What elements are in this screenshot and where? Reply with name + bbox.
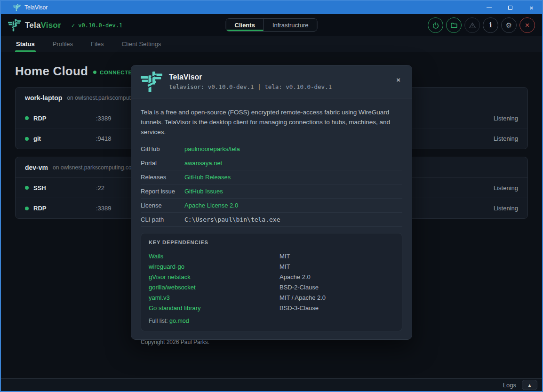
service-state: Listening — [494, 115, 518, 122]
row-label: Portal — [141, 160, 184, 167]
dependency-row: Go standard library BSD-3-Clause — [149, 303, 394, 313]
dependency-link[interactable]: Go standard library — [149, 304, 279, 312]
about-title-block: TelaVisor telavisor: v0.10.0-dev.1 | tel… — [169, 73, 332, 90]
status-dot-icon — [25, 186, 29, 190]
about-row-github: GitHub paulmooreparks/tela — [141, 142, 402, 156]
minimize-icon — [487, 8, 492, 8]
app-logo-icon — [8, 19, 21, 32]
releases-link[interactable]: GitHub Releases — [184, 174, 402, 181]
service-name: RDP — [33, 115, 96, 122]
full-list-label: Full list: — [149, 318, 168, 324]
warning-icon — [469, 22, 476, 29]
service-name: RDP — [33, 205, 96, 212]
about-description: Tela is a free and open-source (FOSS) en… — [141, 108, 402, 137]
report-issue-link[interactable]: GitHub Issues — [184, 188, 402, 195]
about-row-report-issue: Report issue GitHub Issues — [141, 184, 402, 199]
service-port: :3389 — [96, 115, 112, 122]
about-version-line: telavisor: v0.10.0-dev.1 | tela: v0.10.0… — [169, 83, 332, 90]
window-titlebar: TelaVisor × — [1, 1, 542, 14]
window-title: TelaVisor — [24, 4, 48, 11]
about-row-license: License Apache License 2.0 — [141, 199, 402, 213]
info-button[interactable]: i — [483, 17, 498, 33]
brand-name-primary: Tela — [25, 21, 41, 30]
header-actions: i ⚙ × — [428, 17, 535, 33]
app-header: TelaVisor ✓ v0.10.0-dev.1 Clients Infras… — [1, 14, 542, 36]
tab-clients[interactable]: Clients — [226, 19, 264, 31]
full-list-line: Full list: go.mod — [149, 318, 394, 324]
status-dot-icon — [25, 207, 29, 210]
dialog-close-button[interactable]: × — [393, 76, 403, 84]
app-version: ✓ v0.10.0-dev.1 — [72, 22, 122, 29]
about-row-portal: Portal awansaya.net — [141, 156, 402, 170]
dependency-license: Apache 2.0 — [279, 273, 394, 280]
dependency-link[interactable]: gorilla/websocket — [149, 284, 279, 291]
service-state: Listening — [494, 184, 518, 192]
key-dependencies-panel: KEY DEPENDENCIES Wails MIT wireguard-go … — [141, 233, 402, 331]
gear-icon: ⚙ — [506, 22, 512, 29]
power-button[interactable] — [428, 17, 443, 33]
tab-infrastructure[interactable]: Infrastructure — [264, 19, 317, 31]
license-link[interactable]: Apache License 2.0 — [184, 202, 402, 209]
row-label: CLI path — [141, 216, 184, 223]
dependency-row: yaml.v3 MIT / Apache 2.0 — [149, 293, 394, 303]
maximize-button[interactable] — [500, 1, 521, 14]
dependency-license: MIT / Apache 2.0 — [279, 294, 394, 301]
settings-button[interactable]: ⚙ — [501, 17, 517, 33]
page-title: Home Cloud — [15, 64, 88, 79]
status-dot-icon — [25, 116, 29, 120]
subnav-item-status[interactable]: Status — [15, 36, 36, 52]
status-dot-icon — [93, 71, 96, 74]
info-icon: i — [489, 22, 492, 29]
open-folder-button[interactable] — [446, 17, 462, 33]
subnav-item-client-settings[interactable]: Client Settings — [121, 36, 162, 52]
status-dot-icon — [25, 137, 29, 141]
dependency-license: MIT — [279, 263, 394, 270]
machine-name: dev-vm — [25, 164, 48, 171]
about-row-releases: Releases GitHub Releases — [141, 170, 402, 184]
dependency-row: Wails MIT — [149, 251, 394, 262]
quit-button[interactable]: × — [519, 17, 535, 33]
subnav: Status Profiles Files Client Settings — [1, 36, 542, 52]
dependency-row: gorilla/websocket BSD-2-Clause — [149, 282, 394, 293]
logs-toggle-button[interactable]: ▲ — [522, 380, 537, 390]
row-label: Releases — [141, 174, 184, 181]
subnav-item-files[interactable]: Files — [90, 36, 104, 52]
app-logo-icon — [141, 71, 162, 93]
portal-link[interactable]: awansaya.net — [184, 160, 402, 167]
service-state: Listening — [494, 135, 518, 142]
cli-path-value: C:\Users\paul\bin\tela.exe — [184, 216, 402, 223]
close-window-button[interactable]: × — [521, 1, 542, 14]
brand-name: TelaVisor — [25, 21, 61, 30]
dependency-license: BSD-3-Clause — [279, 304, 394, 312]
folder-icon — [450, 22, 458, 29]
dependency-license: BSD-2-Clause — [279, 284, 394, 291]
about-dialog-body: Tela is a free and open-source (FOSS) en… — [131, 98, 412, 345]
service-port: :22 — [96, 184, 104, 192]
machine-host: on owlsnest.parkscomputing.com — [53, 164, 136, 171]
close-icon: × — [396, 76, 400, 84]
app-window: TelaVisor × TelaVisor ✓ v0.10.0-dev.1 Cl… — [0, 0, 543, 392]
close-icon: × — [529, 4, 534, 11]
brand: TelaVisor ✓ v0.10.0-dev.1 — [8, 19, 122, 32]
mode-tabs: Clients Infrastructure — [226, 18, 318, 32]
dependency-link[interactable]: wireguard-go — [149, 263, 279, 270]
brand-name-accent: Visor — [41, 21, 61, 30]
window-controls: × — [479, 1, 542, 14]
go-mod-link[interactable]: go.mod — [169, 318, 189, 324]
dependency-license: MIT — [279, 253, 394, 260]
subnav-item-profiles[interactable]: Profiles — [52, 36, 74, 52]
dependency-link[interactable]: gVisor netstack — [149, 273, 279, 280]
dependency-link[interactable]: Wails — [149, 253, 279, 260]
service-port: :9418 — [96, 135, 112, 142]
copyright-text: Copyright 2026 Paul Parks. — [141, 339, 402, 345]
logs-label: Logs — [503, 382, 516, 389]
dependency-row: wireguard-go MIT — [149, 262, 394, 272]
warnings-button[interactable] — [464, 17, 480, 33]
dependency-link[interactable]: yaml.v3 — [149, 294, 279, 301]
machine-name: work-laptop — [25, 94, 62, 102]
close-icon: × — [525, 21, 530, 29]
minimize-button[interactable] — [479, 1, 500, 14]
service-port: :3389 — [96, 205, 112, 212]
app-logo-icon — [13, 4, 21, 11]
github-link[interactable]: paulmooreparks/tela — [184, 145, 402, 152]
